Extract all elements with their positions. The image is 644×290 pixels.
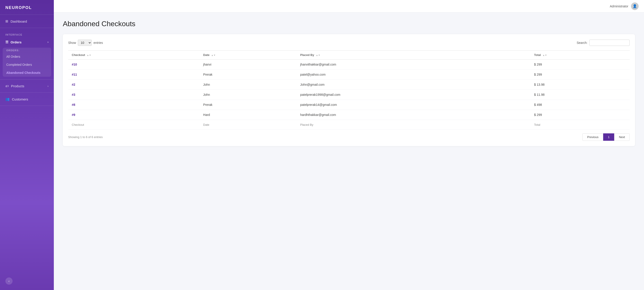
cell-date-0: jhanvi [200,59,297,70]
footer-col-placed-by: Placed By [297,120,530,130]
cell-placed-by-4: patelprerak14@gmail.com [297,100,530,110]
col-header-date[interactable]: Date ▲▼ [200,51,297,59]
table-row: #9 Hard hardhthakkar@gmail.com $ 299 [68,110,630,120]
cell-total-4: $ 498 [530,100,630,110]
cell-total-5: $ 299 [530,110,630,120]
cell-checkout-3[interactable]: #3 [68,90,200,100]
sidebar-item-customers[interactable]: 👥 Customers [0,94,54,104]
app-logo: NEUROPOL [0,0,54,15]
show-entries-control: Show 10 25 50 100 entries [68,40,103,46]
sidebar-item-dashboard[interactable]: ⊞ Dashboard [0,16,54,26]
page-content: Abandoned Checkouts Show 10 25 50 100 en… [54,12,644,290]
sort-icon-placed-by: ▲▼ [316,54,320,56]
col-header-placed-by[interactable]: Placed By ▲▼ [297,51,530,59]
show-label: Show [68,41,76,44]
table-row: #8 Prerak patelprerak14@gmail.com $ 498 [68,100,630,110]
showing-text: Showing 1 to 6 of 6 entries [68,135,103,139]
previous-button[interactable]: Previous [582,133,603,141]
table-row: #2 John John@gmail.com $ 13.98 [68,80,630,90]
chevron-right-icon: › [48,40,48,44]
sidebar-item-label: Customers [12,97,28,101]
submenu-item-completed-orders[interactable]: Completed Orders [3,61,51,69]
cell-total-3: $ 11.98 [530,90,630,100]
entries-label: entries [94,41,103,44]
submenu-item-all-orders[interactable]: All Orders [3,53,51,61]
table-header-row: Checkout ▲▼ Date ▲▼ Placed By ▲▼ Total [68,51,630,59]
sidebar-item-label: Products [11,84,24,88]
sidebar-collapse-button[interactable]: ‹ [6,278,12,285]
cell-placed-by-3: patelprerak1998@gmail.com [297,90,530,100]
divider-3 [0,92,54,93]
cell-date-5: Hard [200,110,297,120]
sort-icon-checkout: ▲▼ [87,54,91,56]
cell-checkout-5[interactable]: #9 [68,110,200,120]
cell-total-2: $ 13.98 [530,80,630,90]
sidebar-item-label: Orders [10,40,22,44]
chevron-right-icon: › [48,85,48,88]
table-controls: Show 10 25 50 100 entries Search: [68,40,630,46]
cell-checkout-0[interactable]: #10 [68,59,200,70]
cell-total-0: $ 299 [530,59,630,70]
table-footer: Showing 1 to 6 of 6 entries Previous 1 N… [68,133,630,141]
cell-checkout-2[interactable]: #2 [68,80,200,90]
admin-label: Administrator [610,4,628,8]
customers-icon: 👥 [6,97,10,101]
table-row: #10 jhanvi jhanvithakkar@gmail.com $ 299 [68,59,630,70]
cell-checkout-4[interactable]: #8 [68,100,200,110]
search-label: Search: [577,41,588,44]
dashboard-icon: ⊞ [6,19,8,23]
cell-date-1: Prerak [200,70,297,80]
sidebar-item-products[interactable]: 🏷 Products › [0,81,54,91]
page-button-1[interactable]: 1 [603,133,614,141]
entries-select[interactable]: 10 25 50 100 [78,40,92,46]
cell-placed-by-5: hardhthakkar@gmail.com [297,110,530,120]
sidebar-item-label: Dashboard [10,19,27,23]
cell-date-2: John [200,80,297,90]
divider-2 [0,79,54,80]
orders-submenu: ORDERS: All Orders Completed Orders Aban… [3,48,51,77]
table-footer-row: Checkout Date Placed By Total [68,120,630,130]
cell-placed-by-1: patel@yahoo.com [297,70,530,80]
topbar: Administrator 👤 [54,0,644,12]
footer-col-date: Date [200,120,297,130]
page-title: Abandoned Checkouts [63,20,635,28]
cell-total-1: $ 299 [530,70,630,80]
sidebar: NEUROPOL ⊞ Dashboard INTERFACE ☰ Orders … [0,0,54,290]
cell-date-3: John [200,90,297,100]
footer-col-checkout: Checkout [68,120,200,130]
sort-icon-date: ▲▼ [211,54,216,56]
cell-date-4: Prerak [200,100,297,110]
cell-placed-by-0: jhanvithakkar@gmail.com [297,59,530,70]
sidebar-item-orders[interactable]: ☰ Orders › [0,37,54,47]
col-header-total[interactable]: Total ▲▼ [530,51,630,59]
footer-col-total: Total [530,120,630,130]
cell-checkout-1[interactable]: #11 [68,70,200,80]
products-icon: 🏷 [6,84,9,88]
sort-icon-total: ▲▼ [543,54,547,56]
table-card: Show 10 25 50 100 entries Search: [63,34,635,146]
pagination: Previous 1 Next [582,133,630,141]
table-row: #11 Prerak patel@yahoo.com $ 299 [68,70,630,80]
data-table: Checkout ▲▼ Date ▲▼ Placed By ▲▼ Total [68,50,630,130]
search-control: Search: [577,40,630,46]
search-input[interactable] [589,40,630,46]
divider-4 [0,106,54,106]
avatar: 👤 [631,2,638,10]
next-button[interactable]: Next [614,133,630,141]
col-header-checkout[interactable]: Checkout ▲▼ [68,51,200,59]
submenu-item-abandoned-checkouts[interactable]: Abandoned Checkouts [3,69,51,77]
cell-placed-by-2: John@gmail.com [297,80,530,90]
divider-1 [0,28,54,28]
table-row: #3 John patelprerak1998@gmail.com $ 11.9… [68,90,630,100]
main-content: Administrator 👤 Abandoned Checkouts Show… [54,0,644,290]
interface-section-label: INTERFACE [0,30,54,37]
orders-icon: ☰ [6,40,8,44]
orders-submenu-label: ORDERS: [3,48,51,53]
